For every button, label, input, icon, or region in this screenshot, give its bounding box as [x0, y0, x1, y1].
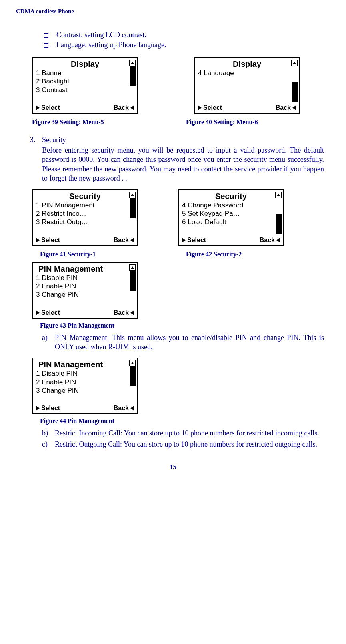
lcd-title: Display [36, 60, 134, 69]
scroll-up-icon [129, 264, 136, 271]
lcd-line: 2 Restrict Inco… [36, 209, 134, 218]
lcd-line: 3 Change PIN [36, 386, 134, 395]
scroll-up-icon [129, 60, 136, 66]
lettered-item-a: a) PIN Management: This menu allows you … [42, 333, 324, 352]
lcd-box-display-1: Display 1 Banner 2 Backlight 3 Contrast … [32, 57, 138, 114]
letter-label: b) [42, 429, 55, 438]
triangle-left-icon [130, 238, 134, 242]
scroll-up-icon [291, 60, 298, 66]
caption-row: Figure 39 Setting: Menu-5 Figure 40 Sett… [32, 119, 330, 126]
lcd-screen: Security 1 PIN Management 2 Restrict Inc… [32, 189, 138, 246]
lcd-line: 2 Backlight [36, 77, 134, 85]
scroll-thumb [130, 66, 136, 86]
lcd-screen: PIN Management 1 Disable PIN 2 Enable PI… [32, 262, 138, 319]
scroll-thumb [130, 271, 136, 291]
figure-caption: Figure 43 Pin Management [40, 322, 330, 329]
scroll-thumb [130, 198, 136, 218]
triangle-left-icon [130, 406, 134, 411]
lcd-title: Display [198, 60, 296, 69]
square-bullet-icon [44, 33, 48, 38]
lcd-row-display: Display 1 Banner 2 Backlight 3 Contrast … [32, 57, 330, 114]
lcd-title: PIN Management [38, 264, 134, 274]
softkey-back: Back [260, 237, 275, 244]
lettered-item-c: c) Restrict Outgoing Call: You can store… [42, 440, 324, 449]
lcd-screen: Security 4 Change Password 5 Set Keypad … [178, 189, 284, 246]
lcd-box-security-1: Security 1 PIN Management 2 Restrict Inc… [32, 189, 138, 246]
bullet-item-language: Language: setting up Phone language. [44, 41, 330, 49]
lcd-line: 6 Load Default [182, 218, 280, 226]
triangle-right-icon [36, 105, 40, 110]
scroll-thumb [276, 214, 282, 234]
letter-text: Restrict Outgoing Call: You can store up… [55, 440, 324, 449]
lcd-footer: Select Back [36, 104, 134, 111]
bullet-item-contrast: Contrast: setting LCD contrast. [44, 31, 330, 39]
numbered-section-3: 3. Security [30, 136, 330, 144]
triangle-right-icon [198, 105, 202, 110]
bullet-text: Language: setting up Phone language. [56, 41, 166, 49]
scroll-thumb [130, 366, 136, 386]
lcd-line: 3 Restrict Outg… [36, 218, 134, 226]
lcd-title: Security [182, 192, 280, 201]
softkey-back: Back [114, 309, 129, 316]
scroll-up-icon [129, 192, 136, 198]
lcd-footer: Select Back [182, 237, 280, 244]
caption-row: Figure 41 Security-1 Figure 42 Security-… [40, 251, 330, 258]
softkey-select: Select [41, 237, 60, 244]
triangle-left-icon [130, 310, 134, 315]
lcd-line: 1 Banner [36, 69, 134, 77]
section-number: 3. [30, 136, 42, 144]
lcd-box-display-2: Display 4 Language Select Back [194, 57, 300, 114]
letter-text: PIN Management: This menu allows you to … [55, 333, 324, 352]
figure-caption: Figure 40 Setting: Menu-6 [186, 119, 258, 126]
lcd-box-pin-1: PIN Management 1 Disable PIN 2 Enable PI… [32, 262, 138, 319]
lcd-line: 2 Enable PIN [36, 378, 134, 386]
softkey-back: Back [114, 405, 129, 412]
lcd-title: Security [36, 192, 134, 201]
softkey-select: Select [41, 104, 60, 111]
letter-label: c) [42, 440, 55, 449]
figure-caption: Figure 41 Security-1 [40, 251, 146, 258]
lcd-screen: Display 1 Banner 2 Backlight 3 Contrast … [32, 57, 138, 114]
page-number: 15 [16, 463, 330, 471]
lcd-row-pin-2: PIN Management 1 Disable PIN 2 Enable PI… [32, 358, 330, 414]
letter-text: Restrict Incoming Call: You can store up… [55, 429, 324, 438]
softkey-select: Select [41, 309, 60, 316]
lcd-line: 5 Set Keypad Pa… [182, 209, 280, 218]
triangle-right-icon [36, 310, 40, 315]
lcd-screen: PIN Management 1 Disable PIN 2 Enable PI… [32, 358, 138, 414]
triangle-right-icon [36, 406, 40, 411]
section-title: Security [42, 136, 330, 144]
softkey-select: Select [187, 237, 206, 244]
figure-caption: Figure 44 Pin Management [40, 417, 330, 425]
softkey-back: Back [114, 237, 129, 244]
softkey-back: Back [276, 104, 291, 111]
lcd-footer: Select Back [36, 405, 134, 412]
lettered-item-b: b) Restrict Incoming Call: You can store… [42, 429, 324, 438]
lcd-box-pin-2: PIN Management 1 Disable PIN 2 Enable PI… [32, 358, 138, 414]
lcd-line: 1 Disable PIN [36, 369, 134, 378]
bullet-text: Contrast: setting LCD contrast. [56, 31, 146, 39]
section-body: Before entering security menu, you will … [42, 146, 324, 183]
triangle-right-icon [182, 238, 186, 242]
lcd-footer: Select Back [36, 237, 134, 244]
lcd-box-security-2: Security 4 Change Password 5 Set Keypad … [178, 189, 284, 246]
lcd-line: 1 Disable PIN [36, 274, 134, 282]
lcd-line: 3 Contrast [36, 86, 134, 94]
bullet-list: Contrast: setting LCD contrast. Language… [44, 31, 330, 49]
document-header: CDMA cordless Phone [16, 8, 330, 15]
lcd-line: 1 PIN Management [36, 201, 134, 209]
lcd-footer: Select Back [36, 309, 134, 316]
triangle-right-icon [36, 238, 40, 242]
lcd-line: 4 Language [198, 69, 296, 77]
scroll-up-icon [129, 360, 136, 366]
softkey-select: Select [41, 405, 60, 412]
softkey-select: Select [203, 104, 222, 111]
lcd-line: 4 Change Password [182, 201, 280, 209]
square-bullet-icon [44, 43, 48, 48]
softkey-back: Back [114, 104, 129, 111]
figure-caption: Figure 39 Setting: Menu-5 [32, 119, 138, 126]
lcd-screen: Display 4 Language Select Back [194, 57, 300, 114]
figure-caption: Figure 42 Security-2 [186, 251, 242, 258]
lcd-row-security: Security 1 PIN Management 2 Restrict Inc… [32, 189, 330, 246]
triangle-left-icon [292, 105, 296, 110]
